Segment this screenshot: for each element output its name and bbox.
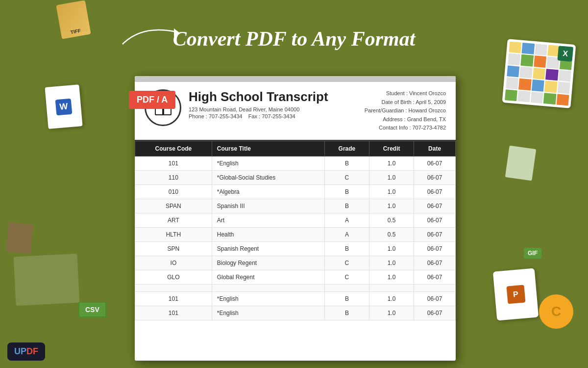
table-cell-credit: 1.0 bbox=[369, 270, 414, 284]
csv-badge: CSV bbox=[78, 302, 106, 317]
table-cell-code: ART bbox=[135, 213, 212, 227]
table-cell-date: 06-07 bbox=[414, 156, 456, 170]
ppt-file-icon: P bbox=[493, 268, 539, 320]
table-cell-grade: B bbox=[324, 199, 369, 213]
transcript-table: Course Code Course Title Grade Credit Da… bbox=[135, 141, 456, 320]
col-header-title: Course Title bbox=[212, 141, 324, 156]
table-cell-code: SPN bbox=[135, 241, 212, 256]
small-file-icon-left bbox=[6, 222, 33, 254]
gif-badge: GIF bbox=[524, 248, 541, 259]
table-row: 101*EnglishB1.006-07 bbox=[135, 156, 456, 170]
table-cell-title bbox=[212, 284, 324, 291]
table-row: SPANSpanish IIIB1.006-07 bbox=[135, 199, 456, 213]
table-cell-code: 101 bbox=[135, 291, 212, 306]
table-cell-title: *Algebra bbox=[212, 184, 324, 199]
updf-logo[interactable]: UPDF bbox=[7, 342, 45, 361]
pdf-a-badge: PDF / A bbox=[129, 91, 175, 109]
table-cell-title: *English bbox=[212, 156, 324, 170]
table-cell-title: *English bbox=[212, 291, 324, 306]
table-cell-title: Health bbox=[212, 227, 324, 241]
table-cell-grade: B bbox=[324, 241, 369, 256]
table-cell-title: *Global-Social Studies bbox=[212, 170, 324, 184]
col-header-grade: Grade bbox=[324, 141, 369, 156]
doc-phone: Phone : 707-255-3434 Fax : 707-255-3434 bbox=[189, 113, 365, 119]
table-cell-credit bbox=[369, 284, 414, 291]
table-row: 010*AlgebraB1.006-07 bbox=[135, 184, 456, 199]
table-cell-credit: 1.0 bbox=[369, 184, 414, 199]
ppt-badge: P bbox=[506, 285, 525, 304]
student-guardian: Parent/Guardian : Howard Orozco bbox=[365, 106, 446, 115]
table-cell-title: Art bbox=[212, 213, 324, 227]
table-row bbox=[135, 284, 456, 291]
table-cell-date bbox=[414, 284, 456, 291]
table-cell-grade: B bbox=[324, 291, 369, 306]
table-cell-title: Biology Regent bbox=[212, 256, 324, 270]
table-cell-date: 06-07 bbox=[414, 306, 456, 320]
student-contact: Contact Info : 707-273-4782 bbox=[365, 124, 446, 132]
table-cell-code: 010 bbox=[135, 184, 212, 199]
doc-title-section: High School Transcript 123 Mountain Road… bbox=[189, 89, 365, 132]
table-cell-title: Global Regent bbox=[212, 270, 324, 284]
table-cell-credit: 1.0 bbox=[369, 170, 414, 184]
table-row: 101*EnglishB1.006-07 bbox=[135, 291, 456, 306]
table-cell-grade: A bbox=[324, 213, 369, 227]
table-cell-grade: B bbox=[324, 306, 369, 320]
table-row: ARTArtA0.506-07 bbox=[135, 213, 456, 227]
table-cell-code: IO bbox=[135, 256, 212, 270]
page-title: Convert PDF to Any Format bbox=[0, 27, 588, 51]
table-cell-credit: 1.0 bbox=[369, 241, 414, 256]
table-cell-code: 101 bbox=[135, 306, 212, 320]
table-cell-date: 06-07 bbox=[414, 184, 456, 199]
table-cell-credit: 1.0 bbox=[369, 306, 414, 320]
student-address: Address : Grand Bend, TX bbox=[365, 115, 446, 124]
table-cell-date: 06-07 bbox=[414, 227, 456, 241]
doc-main-title: High School Transcript bbox=[189, 89, 365, 105]
table-cell-code: HLTH bbox=[135, 227, 212, 241]
table-cell-credit: 1.0 bbox=[369, 256, 414, 270]
col-header-date: Date bbox=[414, 141, 456, 156]
table-cell-title: Spanish Regent bbox=[212, 241, 324, 256]
table-cell-code: 110 bbox=[135, 170, 212, 184]
col-header-credit: Credit bbox=[369, 141, 414, 156]
svg-marker-0 bbox=[174, 28, 180, 37]
paper-icon-right bbox=[505, 145, 537, 181]
c-language-badge: C bbox=[539, 294, 573, 329]
table-cell-grade: C bbox=[324, 170, 369, 184]
table-row: IOBiology RegentC1.006-07 bbox=[135, 256, 456, 270]
table-row: 110*Global-Social StudiesC1.006-07 bbox=[135, 170, 456, 184]
doc-header: High School Transcript 123 Mountain Road… bbox=[135, 82, 456, 141]
table-cell-date: 06-07 bbox=[414, 270, 456, 284]
table-row: HLTHHealthA0.506-07 bbox=[135, 227, 456, 241]
table-cell-code: GLO bbox=[135, 270, 212, 284]
table-cell-code: 101 bbox=[135, 156, 212, 170]
arrow-decoration bbox=[113, 15, 191, 54]
table-cell-code bbox=[135, 284, 212, 291]
table-cell-date: 06-07 bbox=[414, 256, 456, 270]
table-cell-grade: B bbox=[324, 184, 369, 199]
table-cell-date: 06-07 bbox=[414, 241, 456, 256]
student-name: Student : Vincent Orozco bbox=[365, 89, 446, 98]
table-cell-credit: 0.5 bbox=[369, 213, 414, 227]
doc-info-section: Student : Vincent Orozco Date of Birth :… bbox=[365, 89, 446, 132]
paper-icon-left-bottom bbox=[13, 254, 79, 306]
word-file-icon: W bbox=[45, 84, 82, 129]
table-row: SPNSpanish RegentB1.006-07 bbox=[135, 241, 456, 256]
word-badge: W bbox=[55, 98, 73, 115]
updf-label: UPDF bbox=[14, 346, 38, 356]
student-dob: Date of Birth : April 5, 2009 bbox=[365, 98, 446, 107]
table-cell-code: SPAN bbox=[135, 199, 212, 213]
table-cell-date: 06-07 bbox=[414, 291, 456, 306]
table-cell-title: Spanish III bbox=[212, 199, 324, 213]
table-cell-credit: 1.0 bbox=[369, 199, 414, 213]
table-cell-date: 06-07 bbox=[414, 199, 456, 213]
col-header-code: Course Code bbox=[135, 141, 212, 156]
table-cell-grade: C bbox=[324, 270, 369, 284]
table-cell-date: 06-07 bbox=[414, 213, 456, 227]
table-cell-date: 06-07 bbox=[414, 170, 456, 184]
table-cell-credit: 0.5 bbox=[369, 227, 414, 241]
main-document: High School Transcript 123 Mountain Road… bbox=[135, 76, 456, 361]
table-cell-credit: 1.0 bbox=[369, 291, 414, 306]
doc-address: 123 Mountain Road, Dead River, Maine 040… bbox=[189, 106, 365, 112]
table-cell-grade: B bbox=[324, 156, 369, 170]
table-row: GLOGlobal RegentC1.006-07 bbox=[135, 270, 456, 284]
